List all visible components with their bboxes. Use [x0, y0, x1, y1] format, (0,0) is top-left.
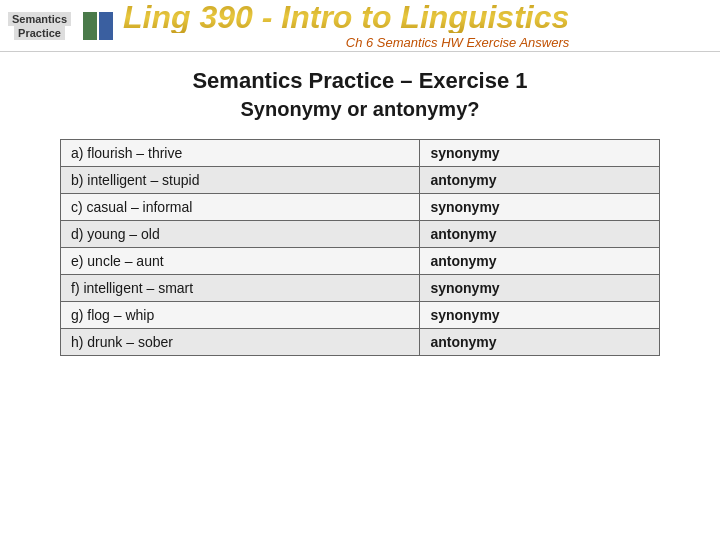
answer-cell: synonymy: [420, 275, 660, 302]
answer-cell: antonymy: [420, 167, 660, 194]
term-cell: h) drunk – sober: [61, 329, 420, 356]
page-header: Semantics Practice Ling 390 - Intro to L…: [0, 0, 720, 52]
green-block: [83, 12, 97, 40]
header-title-block: Ling 390 - Intro to Linguistics Ch 6 Sem…: [123, 1, 569, 50]
table-row: c) casual – informalsynonymy: [61, 194, 660, 221]
term-cell: f) intelligent – smart: [61, 275, 420, 302]
answer-cell: antonymy: [420, 248, 660, 275]
term-cell: a) flourish – thrive: [61, 140, 420, 167]
table-row: h) drunk – soberantonymy: [61, 329, 660, 356]
practice-nav-item[interactable]: Practice: [14, 26, 65, 40]
exercise-subtitle: Synonymy or antonymy?: [60, 98, 660, 121]
page-subtitle: Ch 6 Semantics HW Exercise Answers: [123, 35, 569, 50]
nav-label: Semantics Practice: [8, 12, 71, 40]
decorative-blocks: [83, 12, 113, 40]
term-cell: b) intelligent – stupid: [61, 167, 420, 194]
table-row: e) uncle – auntantonymy: [61, 248, 660, 275]
page-title: Ling 390 - Intro to Linguistics: [123, 1, 569, 33]
term-cell: d) young – old: [61, 221, 420, 248]
semantics-nav-item[interactable]: Semantics: [8, 12, 71, 26]
answer-cell: synonymy: [420, 194, 660, 221]
table-row: g) flog – whipsynonymy: [61, 302, 660, 329]
main-content: Semantics Practice – Exercise 1 Synonymy…: [0, 52, 720, 366]
answer-cell: synonymy: [420, 302, 660, 329]
blue-block: [99, 12, 113, 40]
term-cell: c) casual – informal: [61, 194, 420, 221]
table-row: f) intelligent – smartsynonymy: [61, 275, 660, 302]
exercise-title: Semantics Practice – Exercise 1: [60, 68, 660, 94]
answer-cell: synonymy: [420, 140, 660, 167]
answer-cell: antonymy: [420, 329, 660, 356]
table-row: a) flourish – thrivesynonymy: [61, 140, 660, 167]
term-cell: e) uncle – aunt: [61, 248, 420, 275]
answers-table: a) flourish – thrivesynonymyb) intellige…: [60, 139, 660, 356]
term-cell: g) flog – whip: [61, 302, 420, 329]
answer-cell: antonymy: [420, 221, 660, 248]
table-row: b) intelligent – stupidantonymy: [61, 167, 660, 194]
table-row: d) young – oldantonymy: [61, 221, 660, 248]
